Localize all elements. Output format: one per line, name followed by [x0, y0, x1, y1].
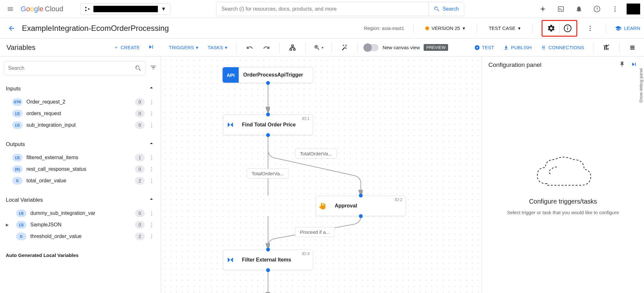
outputs-section-header[interactable]: Outputs: [4, 137, 157, 152]
version-dropdown[interactable]: VERSION 25 ▾: [423, 25, 468, 31]
config-panel-header: Configuration panel: [482, 57, 644, 73]
svg-rect-16: [290, 49, 292, 50]
magic-wand-button[interactable]: [338, 41, 351, 54]
type-badge: {J}: [12, 110, 23, 117]
canvas-toggle-switch[interactable]: [364, 44, 379, 51]
create-variable-button[interactable]: ＋ CREATE: [114, 44, 140, 50]
main-area: Inputs STR Order_request_2 0 ⋮ {J} order…: [0, 57, 644, 293]
locals-section: Local Variables {J} dummy_sub_integratio…: [4, 192, 157, 242]
learn-label: LEARN: [624, 25, 640, 31]
svg-text:?: ?: [596, 6, 598, 11]
variable-name: SampleJSON: [30, 222, 131, 228]
zoom-dropdown[interactable]: ▾: [312, 41, 325, 54]
variable-row[interactable]: {J} dummy_sub_integration_var 0 ⋮: [4, 207, 157, 219]
variable-more-menu[interactable]: ⋮: [149, 122, 155, 128]
help-icon[interactable]: ?: [591, 3, 603, 15]
variable-more-menu[interactable]: ⋮: [149, 99, 155, 105]
settings-button[interactable]: [543, 22, 559, 35]
variable-row[interactable]: D total_order_value 2 ⋮: [4, 175, 157, 187]
pin-button[interactable]: [619, 61, 625, 69]
usage-count: 0: [135, 110, 145, 117]
hamburger-menu[interactable]: [4, 3, 17, 15]
variable-search-input[interactable]: [8, 65, 135, 71]
usage-count: 0: [135, 209, 145, 217]
user-avatar[interactable]: [627, 4, 640, 14]
variable-more-menu[interactable]: ⋮: [149, 155, 155, 161]
learn-button[interactable]: LEARN: [615, 25, 640, 32]
connections-icon: [541, 45, 546, 50]
expand-icon[interactable]: ▶: [6, 223, 12, 227]
redo-button[interactable]: [260, 41, 273, 54]
inputs-section-header[interactable]: Inputs: [4, 81, 157, 96]
publish-icon: [503, 45, 509, 50]
edge-label[interactable]: Proceed if a...: [295, 227, 335, 237]
variable-row[interactable]: {J} sub_integration_input 0 ⋮: [4, 119, 157, 131]
global-search-button[interactable]: Search: [428, 2, 464, 16]
canvas-node-trigger[interactable]: API OrderProcessApiTrigger: [222, 67, 313, 83]
canvas[interactable]: API OrderProcessApiTrigger Find Total Or…: [161, 57, 482, 293]
gemini-icon[interactable]: [536, 3, 549, 15]
type-badge: {J}: [16, 209, 26, 217]
variable-more-menu[interactable]: ⋮: [149, 178, 155, 184]
variable-more-menu[interactable]: ⋮: [149, 210, 155, 216]
variable-more-menu[interactable]: ⋮: [149, 166, 155, 172]
variable-more-menu[interactable]: ⋮: [149, 233, 155, 240]
variable-more-menu[interactable]: ⋮: [149, 111, 155, 117]
connections-button[interactable]: CONNECTIONS: [538, 45, 587, 50]
info-button[interactable]: [560, 22, 576, 35]
inputs-section: Inputs STR Order_request_2 0 ⋮ {J} order…: [4, 81, 157, 131]
gcloud-logo[interactable]: Google Cloud: [21, 5, 63, 13]
testcase-dropdown[interactable]: TEST CASE ▾: [486, 25, 523, 31]
usage-count: 0: [135, 165, 145, 173]
locals-section-header[interactable]: Local Variables: [4, 192, 157, 207]
edge-label[interactable]: TotalOrderVa...: [295, 149, 337, 159]
header-right-icons: ?: [536, 3, 640, 15]
overflow-menu[interactable]: [584, 22, 597, 35]
back-button[interactable]: [4, 21, 19, 36]
canvas-node-approval[interactable]: Approval ID:2: [316, 196, 406, 216]
project-picker[interactable]: ▼: [80, 3, 170, 15]
publish-button[interactable]: PUBLISH: [501, 45, 534, 50]
variable-row[interactable]: D threshold_order_value 2 ⋮: [4, 231, 157, 242]
usage-count: 2: [135, 177, 145, 185]
usage-count: 0: [135, 121, 145, 129]
logs-button[interactable]: [626, 41, 639, 54]
undo-button[interactable]: [243, 41, 256, 54]
search-icon: [135, 65, 142, 72]
triggers-dropdown[interactable]: TRIGGERS▾: [166, 45, 201, 50]
new-canvas-label: New canvas view: [382, 45, 420, 50]
create-label: CREATE: [120, 45, 140, 50]
cloud-shell-icon[interactable]: [554, 3, 567, 15]
svg-rect-17: [293, 49, 295, 50]
global-search-input[interactable]: [216, 2, 428, 16]
variable-row[interactable]: {J} filtered_external_items 1 ⋮: [4, 152, 157, 163]
debug-panel-toggle[interactable]: Show debug panel: [638, 64, 644, 107]
variable-name: threshold_order_value: [30, 233, 131, 239]
svg-point-6: [614, 6, 616, 7]
variable-row[interactable]: STR Order_request_2 0 ⋮: [4, 96, 157, 108]
chevron-down-icon: ▾: [463, 25, 465, 31]
project-name-redacted: [93, 6, 158, 12]
canvas-node-find-total[interactable]: Find Total Order Price ID:1: [223, 114, 313, 135]
variable-more-menu[interactable]: ⋮: [149, 222, 155, 228]
variable-row[interactable]: [S] rest_call_response_status 0 ⋮: [4, 163, 157, 175]
layout-button[interactable]: [286, 41, 299, 54]
variable-row[interactable]: {J} orders_request 0 ⋮: [4, 108, 157, 119]
analytics-button[interactable]: [600, 41, 613, 54]
edge-label[interactable]: TotalOrderVa...: [247, 169, 289, 179]
expand-button[interactable]: [630, 61, 638, 69]
notifications-icon[interactable]: [572, 3, 585, 15]
filter-button[interactable]: [150, 64, 157, 72]
variable-row[interactable]: ▶ {J} SampleJSON 0 ⋮: [4, 219, 157, 231]
test-button[interactable]: TEST: [472, 45, 497, 50]
usage-count: 0: [135, 221, 145, 229]
tasks-dropdown[interactable]: TASKS▾: [205, 45, 230, 50]
variable-name: dummy_sub_integration_var: [30, 210, 131, 216]
collapse-sidebar-button[interactable]: [148, 43, 155, 52]
info-icon: [563, 24, 572, 32]
more-icon[interactable]: [609, 3, 621, 15]
type-badge: [S]: [12, 165, 23, 173]
canvas-node-filter[interactable]: Filter External Items ID:3: [223, 250, 313, 270]
svg-point-7: [614, 8, 616, 10]
node-title: Approval: [330, 203, 406, 209]
